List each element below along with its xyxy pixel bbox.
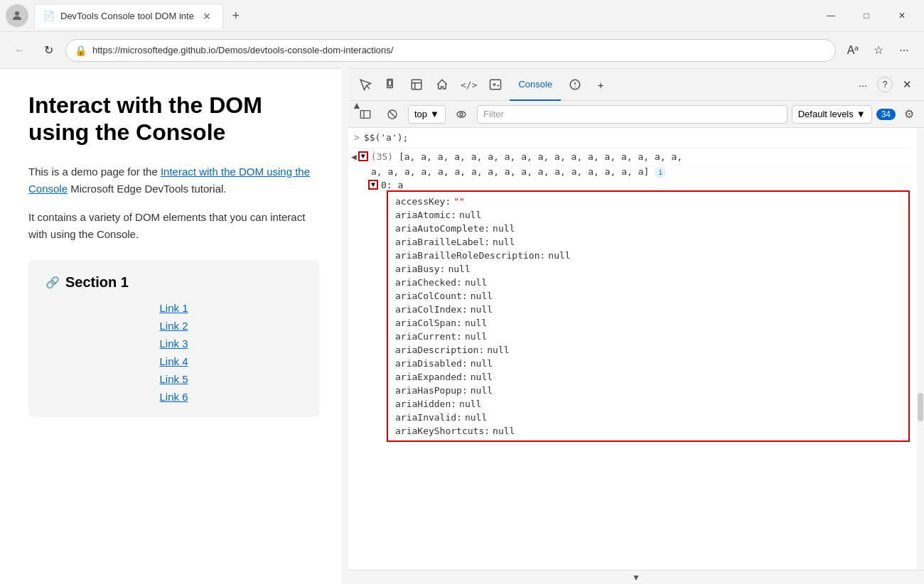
eye-button[interactable] <box>450 105 473 124</box>
address-bar[interactable]: 🔒 https://microsoftedge.github.io/Demos/… <box>65 39 836 62</box>
prop-name: ariaColCount: <box>395 291 468 301</box>
input-chevron: > <box>354 133 360 144</box>
maximize-button[interactable]: □ <box>850 4 883 27</box>
minimize-button[interactable]: — <box>815 4 847 27</box>
property-row: ariaColCount: null <box>395 289 901 303</box>
prop-name: accessKey: <box>395 196 451 207</box>
more-tools-button[interactable]: ··· <box>852 73 874 96</box>
console-scrollbar[interactable] <box>917 128 924 570</box>
device-toolbar-button[interactable] <box>380 73 402 96</box>
title-bar: 📄 DevTools Console tool DOM inte ✕ + — □… <box>0 0 924 32</box>
help-button[interactable]: ? <box>877 77 893 92</box>
prop-value: null <box>493 223 515 234</box>
prop-name: ariaBrailleRoleDescription: <box>395 250 545 261</box>
tab-bar: 📄 DevTools Console tool DOM inte ✕ + <box>34 4 809 28</box>
property-row: ariaAutoComplete: null <box>395 222 901 235</box>
clear-console-button[interactable] <box>381 105 404 124</box>
close-devtools-button[interactable]: ✕ <box>896 73 918 96</box>
console-tab-label: Console <box>518 79 552 90</box>
property-row: ariaKeyShortcuts: null <box>395 424 901 438</box>
link-icon: 🔗 <box>45 276 60 289</box>
read-aloud-button[interactable]: Aᵃ <box>842 39 864 62</box>
add-panel-button[interactable]: + <box>589 73 612 96</box>
console-scroll-down[interactable]: ▼ <box>348 570 924 584</box>
property-row: ariaHidden: null <box>395 397 901 411</box>
back-button[interactable]: ← <box>9 39 31 62</box>
svg-point-0 <box>15 11 19 16</box>
default-levels-selector[interactable]: Default levels ▼ <box>792 105 872 124</box>
array-preview-line2: a, a, a, a, a, a, a, a, a, a, a, a, a, a… <box>348 166 910 178</box>
navigation-bar: ← ↻ 🔒 https://microsoftedge.github.io/De… <box>0 32 924 69</box>
scrollbar-thumb[interactable] <box>918 393 923 421</box>
home-button[interactable] <box>431 73 453 96</box>
filter-placeholder: Filter <box>483 109 504 119</box>
refresh-button[interactable]: ↻ <box>37 39 60 62</box>
prop-name: ariaColIndex: <box>395 304 468 315</box>
svg-rect-3 <box>388 80 392 86</box>
levels-arrow: ▼ <box>856 109 866 119</box>
property-row: ariaDescription: null <box>395 343 901 357</box>
console-output-array-row: ◀ ▼ (35) [a, a, a, a, a, a, a, a, a, a, … <box>348 148 910 166</box>
array-preview: (35) [a, a, a, a, a, a, a, a, a, a, a, a… <box>371 151 682 162</box>
property-row: ariaInvalid: null <box>395 411 901 424</box>
prop-value: null <box>471 358 493 369</box>
profile-icon[interactable] <box>6 4 28 27</box>
filter-input[interactable]: Filter <box>477 105 788 124</box>
url-text: https://microsoftedge.github.io/Demos/de… <box>92 45 827 55</box>
more-options-button[interactable]: ··· <box>893 39 915 62</box>
prop-name: ariaAutoComplete: <box>395 223 490 234</box>
source-code-button[interactable]: </> <box>456 73 481 96</box>
page-link-1[interactable]: Link 1 <box>159 302 188 314</box>
page-description-2: It contains a variety of DOM elements th… <box>28 209 319 243</box>
svg-point-4 <box>390 87 390 87</box>
devtools-secondary-toolbar: top ▼ Filter Default levels ▼ 34 ⚙ <box>348 101 924 128</box>
prop-value: null <box>493 426 515 436</box>
index-0-row: ▼ 0: a <box>348 178 910 190</box>
favorites-button[interactable]: ☆ <box>867 39 890 62</box>
console-command: $$('a'); <box>364 132 409 143</box>
prop-value: null <box>459 210 481 220</box>
context-selector[interactable]: top ▼ <box>408 105 446 124</box>
console-tab[interactable]: Console <box>510 69 561 101</box>
page-link-6[interactable]: Link 6 <box>159 391 188 403</box>
context-arrow: ▼ <box>430 109 439 119</box>
page-link-4[interactable]: Link 4 <box>159 355 188 367</box>
page-link-3[interactable]: Link 3 <box>159 337 188 350</box>
issues-button[interactable] <box>564 73 586 96</box>
lock-icon: 🔒 <box>75 45 87 56</box>
property-row: ariaBusy: null <box>395 262 901 276</box>
index-expand-button[interactable]: ▼ <box>368 180 378 190</box>
tab-title: DevTools Console tool DOM inte <box>60 11 194 21</box>
property-row: ariaCurrent: null <box>395 330 901 343</box>
prop-name: ariaInvalid: <box>395 412 462 423</box>
elements-panel-button[interactable] <box>405 73 428 96</box>
prop-value: null <box>471 291 493 301</box>
prop-name: ariaHidden: <box>395 399 456 409</box>
nav-right-buttons: Aᵃ ☆ ··· <box>842 39 915 62</box>
message-count-badge: 34 <box>876 109 896 120</box>
inspect-element-button[interactable] <box>354 73 377 96</box>
prop-value: null <box>471 372 493 382</box>
prop-value: null <box>459 399 481 409</box>
property-row: ariaBrailleRoleDescription: null <box>395 249 901 262</box>
property-row: ariaColSpan: null <box>395 316 901 330</box>
close-button[interactable]: ✕ <box>886 4 918 27</box>
console-area[interactable]: > $$('a'); ◀ ▼ (35) [a, a, a, a, a, a, a… <box>348 128 917 570</box>
svg-rect-15 <box>360 110 370 118</box>
console-settings-button[interactable]: ⚙ <box>900 105 918 124</box>
description-text-before: This is a demo page for the <box>28 166 161 178</box>
page-link-5[interactable]: Link 5 <box>159 373 188 385</box>
tab-close-button[interactable]: ✕ <box>200 9 214 23</box>
section-title: 🔗 Section 1 <box>45 274 302 291</box>
tab-icon: 📄 <box>43 11 55 21</box>
new-tab-button[interactable]: + <box>226 6 246 26</box>
window-controls: — □ ✕ <box>815 4 918 27</box>
prop-name: ariaKeyShortcuts: <box>395 426 490 436</box>
svg-rect-5 <box>412 80 421 90</box>
main-area: Interact with the DOM using the Console … <box>0 69 924 584</box>
active-tab[interactable]: 📄 DevTools Console tool DOM inte ✕ <box>34 4 223 28</box>
array-expand-button[interactable]: ▼ <box>358 151 368 161</box>
property-row: ariaChecked: null <box>395 276 901 289</box>
page-link-2[interactable]: Link 2 <box>159 320 188 332</box>
page-content: Interact with the DOM using the Console … <box>0 69 348 440</box>
